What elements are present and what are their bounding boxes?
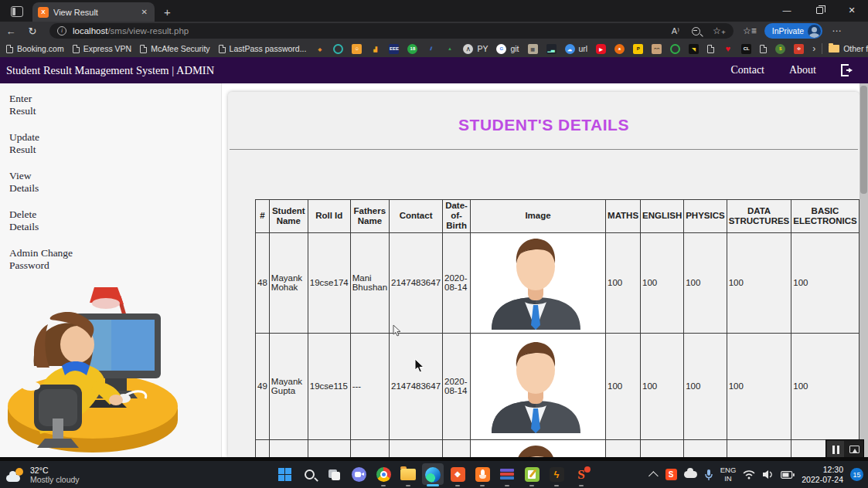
cell-basic-electronics: 100: [791, 232, 859, 333]
pause-button[interactable]: [827, 441, 844, 458]
chrome-button[interactable]: [371, 461, 396, 488]
sidebar-item-enter-result[interactable]: EnterResult: [0, 93, 221, 117]
bookmark-analytics[interactable]: ▟: [370, 44, 380, 54]
bar-chart-icon: ▟: [370, 44, 380, 54]
bookmark-reddit[interactable]: ᴥ: [614, 44, 625, 54]
bookmark-page2[interactable]: [760, 45, 767, 53]
bookmark-orange-app[interactable]: ☺: [352, 44, 362, 54]
cell-sno: 48: [256, 232, 270, 333]
bookmark-booking[interactable]: Booking.com: [6, 44, 64, 53]
bookmark-youtube[interactable]: ▶: [596, 44, 606, 54]
refresh-icon[interactable]: ↻: [22, 25, 43, 37]
bookmark-expressvpn[interactable]: Express VPN: [73, 44, 131, 53]
notepad-plus-button[interactable]: [519, 461, 544, 488]
bookmark-green-ring[interactable]: [670, 44, 680, 54]
speaker-icon[interactable]: [762, 469, 774, 480]
bookmark-google-git[interactable]: Ggit: [496, 44, 519, 54]
language-indicator[interactable]: ENGIN: [720, 466, 737, 483]
nav-about[interactable]: About: [789, 64, 816, 76]
weather-widget[interactable]: 32°CMostly cloudy: [6, 461, 80, 488]
edge-button[interactable]: [420, 461, 445, 488]
task-view-button[interactable]: [322, 461, 346, 488]
picture-in-picture-button[interactable]: [846, 441, 863, 458]
student-avatar: [472, 234, 600, 330]
bookmark-arrows[interactable]: ◆: [315, 44, 325, 54]
start-button[interactable]: [272, 461, 297, 488]
tab-close-icon[interactable]: ✕: [140, 8, 149, 16]
page-scrollbar[interactable]: [859, 83, 868, 457]
zoom-indicator-icon[interactable]: [692, 27, 700, 36]
browser-tab[interactable]: X View Result ✕: [32, 2, 155, 22]
new-tab-button[interactable]: +: [164, 5, 171, 19]
bookmark-sunglasses[interactable]: ᴖᴖ: [652, 44, 662, 54]
bookmarks-overflow-icon[interactable]: ›: [812, 43, 815, 54]
bookmark-cl[interactable]: CL: [741, 44, 751, 54]
bookmark-lastpass[interactable]: LastPass password...: [219, 44, 307, 53]
inprivate-badge[interactable]: InPrivate: [764, 23, 822, 39]
notification-count-badge[interactable]: 15: [850, 468, 863, 481]
wifi-icon[interactable]: [743, 470, 755, 480]
cell-contact: [390, 439, 443, 457]
cell-english: 100: [641, 333, 684, 439]
battery-icon[interactable]: [781, 471, 795, 479]
s-app-button[interactable]: S: [569, 461, 594, 488]
search-button[interactable]: [297, 461, 322, 488]
bookmark-github-py[interactable]: ᐱPY: [463, 44, 488, 54]
bookmark-page1[interactable]: [707, 45, 714, 53]
add-favorite-icon[interactable]: ☆₊: [713, 25, 726, 36]
winrar-button[interactable]: [495, 461, 519, 488]
orange-badge-icon: ᴥ: [614, 44, 625, 54]
sidebar-item-view-details[interactable]: ViewDetails: [0, 170, 221, 195]
sidebar-item-update-result[interactable]: UpdateResult: [0, 131, 221, 156]
clock[interactable]: 12:302022-07-24: [802, 465, 843, 484]
hidden-icons-chevron-icon[interactable]: [648, 471, 659, 481]
bookmark-url-shortener[interactable]: ☁url: [565, 44, 588, 54]
url-field[interactable]: i localhost /sms/view-result.php A⁾ ☆₊: [49, 23, 734, 39]
boy-at-computer-illustration: [3, 283, 179, 457]
cell-dob: 2020-08-14: [443, 232, 471, 333]
bookmark-godaddy[interactable]: [333, 44, 343, 54]
bookmark-google-play[interactable]: ▲: [444, 44, 454, 54]
tray-s-app-icon[interactable]: S: [665, 469, 677, 480]
minimize-button[interactable]: —: [771, 0, 803, 20]
bookmark-google-ads[interactable]: ⫽: [426, 44, 436, 54]
xampp-button[interactable]: [470, 461, 495, 488]
nav-contact[interactable]: Contact: [730, 64, 764, 76]
back-icon[interactable]: ←: [0, 25, 22, 37]
favorites-icon[interactable]: ☆≡: [743, 25, 757, 36]
cell-dob: [443, 439, 471, 457]
other-favorites-button[interactable]: Other favorites: [829, 44, 868, 53]
read-aloud-icon[interactable]: A⁾: [672, 26, 679, 36]
bookmark-mcafee[interactable]: McAfee Security: [140, 44, 209, 53]
bookmark-coin[interactable]: $: [775, 44, 785, 54]
chat-button[interactable]: [346, 461, 371, 488]
bookmark-bank[interactable]: ▦: [528, 44, 538, 54]
site-info-icon[interactable]: i: [57, 26, 66, 36]
browser-titlebar: X View Result ✕ + — ✕: [0, 0, 868, 22]
scrollbar-thumb[interactable]: [860, 86, 867, 194]
cell-student-photo: [471, 232, 606, 333]
tab-actions-icon[interactable]: [11, 6, 23, 17]
onedrive-icon[interactable]: [684, 471, 697, 478]
bookmark-whatsapp[interactable]: 18: [407, 44, 417, 54]
file-explorer-button[interactable]: [396, 461, 420, 488]
bookmark-eee[interactable]: EEE: [389, 44, 399, 54]
sublime-button[interactable]: ϟ: [544, 461, 569, 488]
screen-recorder-button[interactable]: ❖: [445, 461, 470, 488]
file-explorer-icon: [400, 469, 416, 480]
sidebar-item-admin-change-password[interactable]: Admin ChangePassword: [0, 247, 221, 272]
chrome-icon: [376, 467, 391, 482]
bookmark-heart[interactable]: ♥: [723, 44, 733, 54]
logout-icon[interactable]: [841, 64, 854, 76]
bookmark-chart-app[interactable]: ▁▃: [546, 44, 557, 54]
page-title: STUDENT'S DETAILS: [228, 116, 859, 134]
bookmark-eagle[interactable]: ◥: [689, 44, 699, 54]
sidebar-item-delete-details[interactable]: DeleteDetails: [0, 208, 221, 233]
close-button[interactable]: ✕: [836, 0, 868, 20]
browser-menu-icon[interactable]: ⋯: [832, 25, 842, 36]
restore-button[interactable]: [803, 0, 836, 20]
microphone-icon[interactable]: [704, 469, 713, 481]
notepad-plus-icon: [525, 467, 540, 482]
bookmark-red-app[interactable]: ፨: [794, 44, 804, 54]
bookmark-p-app[interactable]: P: [633, 44, 643, 54]
